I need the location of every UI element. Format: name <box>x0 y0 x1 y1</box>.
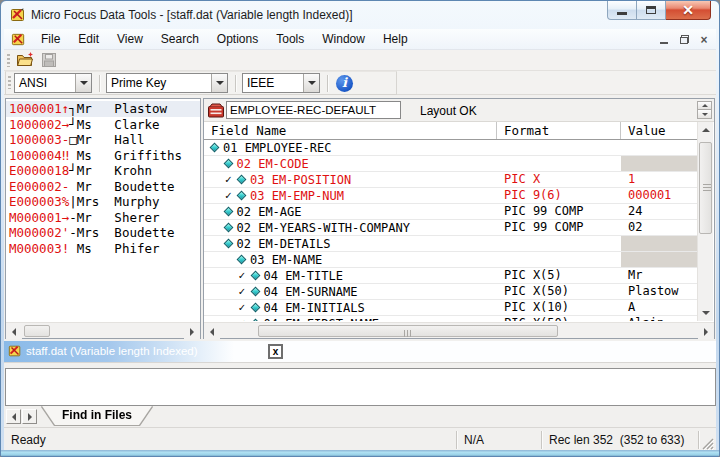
mdi-restore-button[interactable] <box>676 32 692 47</box>
float-format-dropdown-button[interactable] <box>303 74 319 92</box>
record-list-hscrollbar[interactable] <box>6 322 200 338</box>
menu-edit[interactable]: Edit <box>69 30 108 49</box>
close-icon: ✕ <box>682 3 694 17</box>
spinner-up-button[interactable] <box>697 101 712 110</box>
record-key: M000002' <box>9 225 69 240</box>
toolbar-grip[interactable] <box>7 54 10 67</box>
field-format: PIC X(10) <box>497 300 621 315</box>
menu-tools[interactable]: Tools <box>267 30 313 49</box>
chevron-down-icon <box>216 81 224 85</box>
float-format-combobox[interactable]: IEEE <box>242 73 320 93</box>
record-row[interactable]: M000001→-Mr Sherer <box>6 210 200 226</box>
document-tab-close-button[interactable]: x <box>268 344 283 359</box>
layout-status: Layout OK <box>420 104 477 118</box>
record-row[interactable]: E000003%|Mrs Murphy <box>6 194 200 210</box>
record-name-field[interactable] <box>226 101 401 119</box>
scroll-left-button[interactable] <box>6 324 22 339</box>
field-row[interactable]: 02 EM-DETAILS <box>204 236 698 252</box>
column-format[interactable]: Format <box>497 122 621 139</box>
find-results-panel[interactable] <box>5 368 716 406</box>
field-diamond-icon <box>223 159 233 169</box>
tab-scroll-right-button[interactable] <box>22 409 37 424</box>
charset-dropdown-button[interactable] <box>75 74 91 92</box>
field-label: 04 EM-SURNAME <box>264 285 358 299</box>
menu-view[interactable]: View <box>108 30 152 49</box>
menu-options[interactable]: Options <box>208 30 267 49</box>
field-row[interactable]: 01 EMPLOYEE-REC <box>204 140 698 156</box>
scroll-right-button[interactable] <box>698 324 714 339</box>
mdi-minimize-button[interactable] <box>656 32 672 47</box>
field-value <box>621 140 698 155</box>
field-label: 03 EM-NAME <box>250 253 322 267</box>
field-row[interactable]: 03 EM-NAME <box>204 252 698 268</box>
field-name-cell: 02 EM-DETAILS <box>204 236 497 251</box>
record-row[interactable]: 1000001↑┐Mr Plastow <box>6 101 200 117</box>
column-field-name[interactable]: Field Name <box>204 122 497 139</box>
maximize-icon <box>646 6 656 14</box>
status-divider <box>456 431 457 449</box>
toolbar-grip[interactable] <box>8 76 11 89</box>
record-row[interactable]: 1000003-□Mr Hall <box>6 132 200 148</box>
hscroll-thumb[interactable] <box>258 325 558 337</box>
resize-grip-icon[interactable] <box>701 437 714 450</box>
field-row[interactable]: ✓03 EM-POSITIONPIC X1 <box>204 172 698 188</box>
charset-combobox[interactable]: ANSI <box>14 73 92 93</box>
title-bar[interactable]: Micro Focus Data Tools - [staff.dat (Var… <box>1 1 720 29</box>
scroll-left-button[interactable] <box>204 324 220 339</box>
thumb-grip <box>404 330 412 337</box>
field-table-header: Field Name Format Value <box>204 122 698 140</box>
record-row[interactable]: 1000004‼ Ms Griffiths <box>6 148 200 164</box>
field-value <box>621 156 698 171</box>
document-tab-label[interactable]: staff.dat (Variable length Indexed) <box>26 345 198 357</box>
field-row[interactable]: ✓03 EM-EMP-NUMPIC 9(6)000001 <box>204 188 698 204</box>
column-value[interactable]: Value <box>621 122 698 139</box>
record-row[interactable]: E0000018┘Mr Krohn <box>6 163 200 179</box>
menu-file[interactable]: File <box>32 30 69 49</box>
status-reclen: Rec len 352 (352 to 633) <box>549 433 684 447</box>
field-row[interactable]: 02 EM-CODE <box>204 156 698 172</box>
maximize-button[interactable] <box>637 1 666 20</box>
close-button[interactable]: ✕ <box>666 1 711 20</box>
record-row[interactable]: M000002'-Mrs Boudette <box>6 225 200 241</box>
info-icon[interactable]: i <box>336 75 353 92</box>
field-diamond-icon <box>250 303 260 313</box>
field-row[interactable]: ✓04 EM-TITLEPIC X(5)Mr <box>204 268 698 284</box>
key-dropdown-button[interactable] <box>211 74 227 92</box>
key-combobox[interactable]: Prime Key <box>106 73 228 93</box>
record-row[interactable]: M000003! Ms Phifer <box>6 241 200 257</box>
record-text: |Mrs Murphy <box>69 194 159 209</box>
field-row[interactable]: ✓04 EM-FIRST-NAMEPIC X(50)Alain <box>204 316 698 321</box>
spinner-down-button[interactable] <box>697 110 712 119</box>
vscroll-thumb[interactable] <box>699 142 712 234</box>
menu-search[interactable]: Search <box>152 30 208 49</box>
field-row[interactable]: 02 EM-YEARS-WITH-COMPANYPIC 99 COMP02 <box>204 220 698 236</box>
record-row[interactable]: E000002- Mr Boudette <box>6 179 200 195</box>
tab-scroll-left-button[interactable] <box>6 409 21 424</box>
mdi-child-icon[interactable] <box>11 32 26 47</box>
toolbar-separator <box>99 75 101 92</box>
field-value: A <box>621 300 698 315</box>
tab-find-in-files[interactable]: Find in Files <box>42 406 152 425</box>
scroll-up-button[interactable] <box>698 122 713 138</box>
bottom-tab-strip: Find in Files <box>4 406 716 427</box>
field-table-hscrollbar[interactable] <box>204 322 714 338</box>
record-text: ┘Ms Clarke <box>69 117 159 132</box>
float-format-value: IEEE <box>243 74 303 92</box>
minimize-button[interactable] <box>607 1 637 20</box>
menu-window[interactable]: Window <box>313 30 374 49</box>
field-name-cell: ✓04 EM-INITIALS <box>204 300 497 315</box>
record-row[interactable]: 1000002→┘Ms Clarke <box>6 117 200 133</box>
open-file-icon[interactable] <box>16 52 34 68</box>
mdi-close-button[interactable]: × <box>696 32 712 47</box>
hscroll-thumb[interactable] <box>24 325 50 337</box>
field-table-vscrollbar[interactable] <box>697 122 713 321</box>
scroll-down-button[interactable] <box>698 305 713 321</box>
chevron-down-icon <box>80 81 88 85</box>
field-row[interactable]: ✓04 EM-INITIALSPIC X(10)A <box>204 300 698 316</box>
field-row[interactable]: 02 EM-AGEPIC 99 COMP24 <box>204 204 698 220</box>
field-diamond-icon <box>250 271 260 281</box>
scroll-right-button[interactable] <box>184 324 200 339</box>
menu-help[interactable]: Help <box>374 30 417 49</box>
field-row[interactable]: ✓04 EM-SURNAMEPIC X(50)Plastow <box>204 284 698 300</box>
app-icon <box>10 7 26 23</box>
